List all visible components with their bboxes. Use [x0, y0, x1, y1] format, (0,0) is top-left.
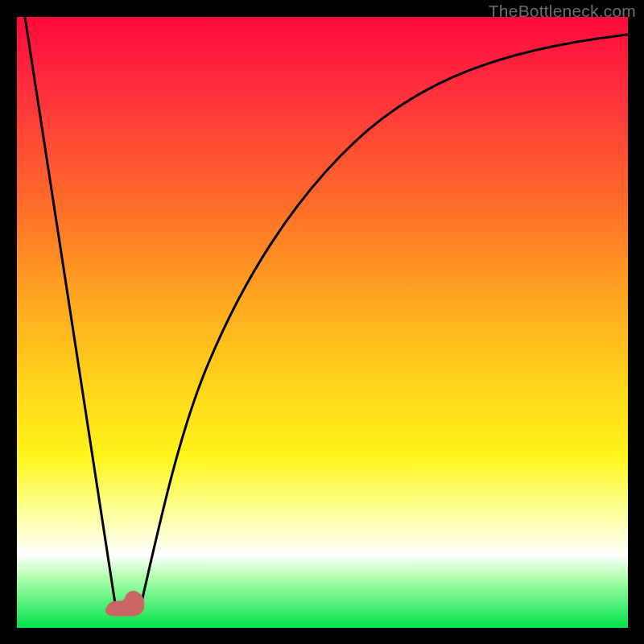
optimal-marker [105, 592, 144, 617]
curve-right-limb [140, 35, 628, 609]
bottleneck-curve [17, 17, 628, 628]
watermark-text: TheBottleneck.com [489, 2, 636, 21]
chart-stage: TheBottleneck.com [0, 0, 644, 644]
curve-left-limb [25, 17, 116, 609]
